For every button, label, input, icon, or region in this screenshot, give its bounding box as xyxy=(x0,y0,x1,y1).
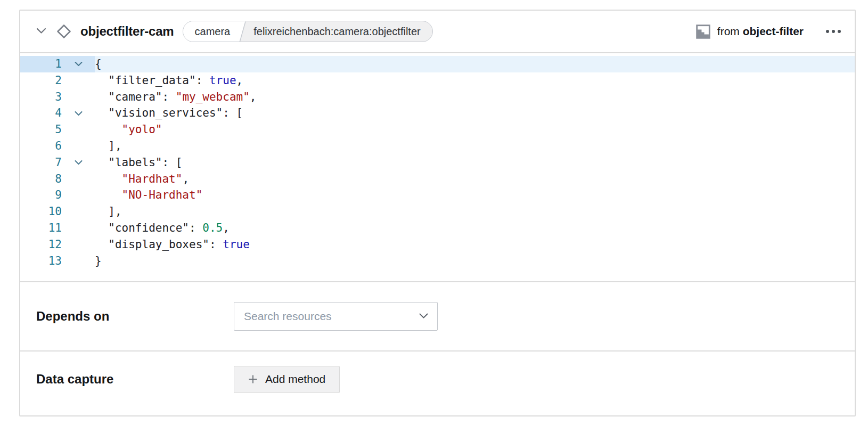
fold-gutter-spacer xyxy=(62,121,95,138)
fold-gutter-spacer xyxy=(62,253,95,269)
code-line[interactable]: 9 "NO-Hardhat" xyxy=(20,187,855,203)
json-config-editor[interactable]: 1{2 "filter_data": true,3 "camera": "my_… xyxy=(20,53,855,281)
chevron-down-icon xyxy=(419,312,428,321)
depends-on-label: Depends on xyxy=(36,309,234,324)
resource-card-header: objectfilter-cam camera felixreichenbach… xyxy=(20,11,855,53)
code-line[interactable]: 6 ], xyxy=(20,138,855,154)
editor-gutter: 2 xyxy=(20,72,95,89)
fold-toggle-icon[interactable] xyxy=(62,154,95,171)
code-line[interactable]: 5 "yolo" xyxy=(20,121,855,138)
fold-gutter-spacer xyxy=(62,171,95,187)
editor-gutter: 9 xyxy=(20,187,95,203)
editor-gutter: 3 xyxy=(20,89,95,105)
code-text: "labels": [ xyxy=(95,154,855,171)
fold-gutter-spacer xyxy=(62,220,95,236)
editor-gutter: 12 xyxy=(20,236,95,253)
code-line[interactable]: 13} xyxy=(20,253,855,269)
editor-gutter: 6 xyxy=(20,138,95,154)
fold-gutter-spacer xyxy=(62,187,95,203)
code-line[interactable]: 11 "confidence": 0.5, xyxy=(20,220,855,236)
add-method-button[interactable]: Add method xyxy=(234,366,340,393)
editor-gutter: 11 xyxy=(20,220,95,236)
code-line[interactable]: 4 "vision_services": [ xyxy=(20,105,855,121)
code-line[interactable]: 2 "filter_data": true, xyxy=(20,72,855,89)
plus-icon xyxy=(248,374,258,384)
line-number: 6 xyxy=(20,138,62,154)
resource-card: objectfilter-cam camera felixreichenbach… xyxy=(19,10,856,416)
code-line[interactable]: 7 "labels": [ xyxy=(20,154,855,171)
data-capture-section: Data capture Add method xyxy=(20,350,855,415)
badge-type-label: camera xyxy=(183,21,238,42)
line-number: 8 xyxy=(20,171,62,187)
code-line[interactable]: 3 "camera": "my_webcam", xyxy=(20,89,855,105)
component-diamond-icon xyxy=(56,23,72,39)
depends-on-placeholder: Search resources xyxy=(244,310,332,323)
code-line[interactable]: 10 ], xyxy=(20,203,855,220)
badge-separator-icon xyxy=(238,21,248,42)
add-method-label: Add method xyxy=(265,373,325,386)
code-text: "NO-Hardhat" xyxy=(95,187,855,203)
line-number: 1 xyxy=(20,56,62,72)
line-number: 4 xyxy=(20,105,62,121)
line-number: 11 xyxy=(20,220,62,236)
code-text: } xyxy=(95,253,855,269)
code-line[interactable]: 1{ xyxy=(20,56,855,72)
fold-gutter-spacer xyxy=(62,138,95,154)
resource-type-badge: camera felixreichenbach:camera:objectfil… xyxy=(183,21,433,42)
editor-gutter: 1 xyxy=(20,56,95,72)
chevron-down-icon xyxy=(36,28,46,36)
more-options-button[interactable] xyxy=(825,27,842,36)
from-word: from xyxy=(717,25,740,37)
code-text: ], xyxy=(95,203,855,220)
line-number: 2 xyxy=(20,72,62,89)
badge-model-label: felixreichenbach:camera:objectfilter xyxy=(248,21,432,42)
header-right-group: from object-filter xyxy=(696,24,842,39)
code-text: "yolo" xyxy=(95,121,855,138)
code-text: "Hardhat", xyxy=(95,171,855,187)
fold-gutter-spacer xyxy=(62,203,95,220)
code-text: { xyxy=(95,56,855,72)
line-number: 7 xyxy=(20,154,62,171)
code-text: "confidence": 0.5, xyxy=(95,220,855,236)
line-number: 13 xyxy=(20,253,62,269)
editor-gutter: 7 xyxy=(20,154,95,171)
line-number: 3 xyxy=(20,89,62,105)
fold-gutter-spacer xyxy=(62,72,95,89)
module-icon xyxy=(696,24,710,39)
fold-toggle-icon[interactable] xyxy=(62,105,95,121)
editor-gutter: 13 xyxy=(20,253,95,269)
code-text: "filter_data": true, xyxy=(95,72,855,89)
fold-gutter-spacer xyxy=(62,236,95,253)
editor-gutter: 4 xyxy=(20,105,95,121)
module-name: object-filter xyxy=(743,25,804,37)
line-number: 9 xyxy=(20,187,62,203)
editor-gutter: 5 xyxy=(20,121,95,138)
resource-title: objectfilter-cam xyxy=(80,24,174,39)
fold-toggle-icon[interactable] xyxy=(62,56,95,72)
editor-gutter: 8 xyxy=(20,171,95,187)
fold-gutter-spacer xyxy=(62,89,95,105)
collapse-toggle-button[interactable] xyxy=(34,26,48,38)
code-text: "display_boxes": true xyxy=(95,236,855,253)
code-line[interactable]: 8 "Hardhat", xyxy=(20,171,855,187)
editor-gutter: 10 xyxy=(20,203,95,220)
line-number: 10 xyxy=(20,203,62,220)
module-source-label: from object-filter xyxy=(717,25,804,38)
code-text: "camera": "my_webcam", xyxy=(95,89,855,105)
depends-on-section: Depends on Search resources xyxy=(20,281,855,350)
code-text: "vision_services": [ xyxy=(95,105,855,121)
code-text: ], xyxy=(95,138,855,154)
code-line[interactable]: 12 "display_boxes": true xyxy=(20,236,855,253)
depends-on-select[interactable]: Search resources xyxy=(234,302,438,331)
ellipsis-icon xyxy=(826,30,841,33)
data-capture-label: Data capture xyxy=(36,372,234,387)
line-number: 12 xyxy=(20,236,62,253)
line-number: 5 xyxy=(20,121,62,138)
